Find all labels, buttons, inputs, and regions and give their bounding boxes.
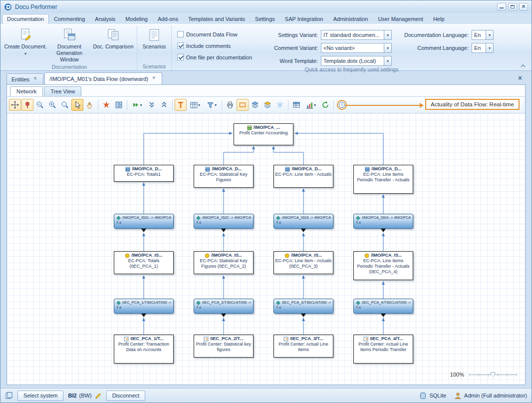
word-template-select[interactable]: Template.dotx (Local) (321, 56, 392, 66)
datasource-node[interactable]: 0EC_PCA_1/T... Profit Center: Transactio… (114, 335, 174, 364)
layout-options-button[interactable] (113, 99, 125, 111)
zoom-out-button[interactable] (34, 99, 46, 111)
checkbox-icon[interactable] (177, 31, 184, 37)
datastore-node[interactable]: /IMO/PCA_D... EC-PCA: Totals1 (114, 165, 174, 182)
ribbon-tab-settings[interactable]: Settings (250, 14, 280, 24)
infosource-node[interactable]: /IMO/PCA_IS... EC-PCA: Totals (0EC_PCA_1… (114, 251, 174, 274)
comment-language-select[interactable]: En (472, 43, 494, 53)
comment-variant-value[interactable]: <No variant> (321, 43, 384, 53)
freeze-button[interactable] (274, 99, 286, 111)
overview-pin-button[interactable] (21, 99, 33, 111)
doc-comparison-button[interactable]: Doc. Comparison (91, 26, 135, 61)
close-document-button[interactable] (517, 74, 524, 82)
checkbox-icon[interactable] (177, 42, 184, 49)
transformation-node[interactable]: 0EC_PCA_1/T90CLNT090 -> /I... 7.x (114, 299, 174, 314)
infocube-root-node[interactable]: /IMO/PCA_... Profit Center Accounting (234, 123, 293, 145)
filter-button[interactable] (204, 99, 220, 111)
flow-direction-button[interactable] (129, 99, 145, 111)
document-tab-dataflow[interactable]: /IMO/PCA_M01's Data Flow (downward) (44, 72, 162, 84)
ribbon-tab-analysis[interactable]: Analysis (90, 14, 120, 24)
collapse-ribbon-button[interactable] (519, 62, 528, 69)
checkbox-one-file-per-documentation[interactable]: One file per documentation (177, 54, 262, 60)
edit-pencil-icon[interactable] (94, 392, 102, 400)
pages-icon[interactable] (5, 392, 13, 400)
document-tab-entities[interactable]: Entities (6, 73, 43, 84)
settings-variant-value[interactable]: IT standard documen... (321, 30, 384, 40)
table-view-button[interactable] (187, 99, 203, 111)
transformation-node[interactable]: /IMO/PCA_IS01 -> /IMO/PCA... 7.x (114, 214, 174, 229)
ribbon-tab-modeling[interactable]: Modeling (120, 14, 153, 24)
datastore-node[interactable]: /IMO/PCA_D... EC-PCA: Line Items Periodi… (353, 165, 413, 194)
datasource-node[interactable]: 0EC_PCA_2/T... Profit Center: Statistica… (194, 335, 254, 358)
checkbox-include-comments[interactable]: Include comments (177, 42, 262, 49)
ribbon-tab-documentation[interactable]: Documentation (2, 14, 49, 24)
dataflow-canvas[interactable]: /IMO/PCA_... Profit Center Accounting /I… (7, 113, 525, 385)
dropdown-arrow-icon[interactable] (384, 56, 392, 66)
documentation-language-value[interactable]: En (472, 30, 486, 40)
create-document-button[interactable]: Create Document. (3, 26, 47, 61)
ribbon-tab-sap-integration[interactable]: SAP Integration (280, 14, 328, 24)
ribbon-tab-commenting[interactable]: Commenting (49, 14, 90, 24)
datasource-node[interactable]: 0EC_PCA_3/T... Profit Center: Actual Lin… (273, 335, 333, 358)
view-tab-tree-view[interactable]: Tree View (44, 86, 81, 96)
datasource-node[interactable]: 0EC_PCA_4/T... Profit Center: Actual Lin… (353, 335, 413, 364)
comment-language-value[interactable]: En (472, 43, 486, 53)
refresh-button[interactable] (319, 99, 331, 111)
ribbon-tab-user-management[interactable]: User Management (373, 14, 428, 24)
infosource-node[interactable]: /IMO/PCA_IS... EC-PCA: Line Item - Actua… (273, 251, 333, 274)
infosource-node[interactable]: /IMO/PCA_IS... EC-PCA: Statistical Key F… (194, 251, 254, 274)
print-button[interactable] (224, 99, 236, 111)
collapse-all-button[interactable] (146, 99, 158, 111)
dropdown-arrow-icon[interactable] (486, 30, 494, 40)
zoom-fit-button[interactable] (59, 99, 71, 111)
layers-button[interactable] (249, 99, 261, 111)
disconnect-button[interactable]: Disconnect (106, 391, 145, 401)
comment-variant-select[interactable]: <No variant> (321, 43, 392, 53)
transformation-node[interactable]: 0EC_PCA_2/T90CLNT090 -> /I... 7.x (194, 299, 254, 314)
word-template-value[interactable]: Template.dotx (Local) (321, 56, 384, 66)
ribbon-tab-templates[interactable]: Templates and Variants (183, 14, 250, 24)
dropdown-arrow-icon[interactable] (384, 43, 392, 53)
pan-tool-button[interactable] (84, 99, 96, 111)
documentation-language-select[interactable]: En (472, 30, 494, 40)
user-status[interactable]: Admin (Full administrator) (454, 392, 527, 400)
layers-alt-button[interactable] (262, 99, 273, 111)
transformation-node[interactable]: /IMO/PCA_IS03 -> /IMO/PCA... 7.x (273, 214, 333, 229)
ribbon-tab-help[interactable]: Help (428, 14, 450, 24)
highlight-frame-button[interactable] (237, 99, 249, 111)
dropdown-arrow-icon[interactable] (486, 43, 494, 53)
ribbon-tab-addons[interactable]: Add-ons (153, 14, 183, 24)
zoom-slider[interactable] (469, 372, 517, 378)
chart-button[interactable] (303, 99, 319, 111)
transformation-node[interactable]: /IMO/PCA_IS04 -> /IMO/PCA... 7.x (353, 214, 413, 229)
database-status[interactable]: SQLite (419, 392, 446, 400)
select-system-button[interactable]: Select system (17, 391, 63, 401)
scenarios-button[interactable]: Scenarios (139, 26, 170, 61)
datastore-node[interactable]: /IMO/PCA_D... EC-PCA: Line Item - Actual… (273, 165, 333, 188)
close-icon[interactable] (33, 76, 38, 82)
expand-all-button[interactable] (158, 99, 170, 111)
minimize-button[interactable] (497, 3, 506, 10)
datastore-node[interactable]: /IMO/PCA_D... EC-PCA: Statistical Key Fi… (194, 165, 254, 188)
close-icon[interactable] (152, 75, 157, 82)
view-tab-network[interactable]: Network (10, 86, 43, 96)
ribbon-tab-administration[interactable]: Administration (328, 14, 373, 24)
document-generation-window-button[interactable]: Document Generation Window (47, 26, 91, 63)
transformation-node[interactable]: /IMO/PCA_IS02 -> /IMO/PCA... 7.x (194, 214, 254, 229)
settings-variant-select[interactable]: IT standard documen... (321, 30, 392, 40)
zoom-slider-thumb[interactable] (491, 372, 495, 378)
checkbox-icon[interactable] (177, 54, 184, 60)
maximize-button[interactable] (508, 3, 517, 10)
grid-view-button[interactable] (290, 99, 302, 111)
zoom-in-button[interactable] (46, 99, 58, 111)
checkbox-document-data-flow[interactable]: Document Data Flow (177, 31, 262, 37)
transformation-node[interactable]: 0EC_PCA_4/T90CLNT090 -> /I... 7.x (353, 299, 413, 314)
relayout-button[interactable] (100, 99, 112, 111)
infosource-node[interactable]: /IMO/PCA_IS... EC-PCA: Line Items Period… (353, 251, 413, 280)
dropdown-arrow-icon[interactable] (384, 30, 392, 40)
transformation-node[interactable]: 0EC_PCA_3/T90CLNT090 -> /I... 7.x (273, 299, 333, 314)
text-tool-button[interactable] (175, 99, 187, 111)
select-tool-button[interactable] (71, 99, 83, 111)
move-tool-button[interactable] (9, 99, 21, 111)
close-button[interactable] (519, 3, 528, 10)
